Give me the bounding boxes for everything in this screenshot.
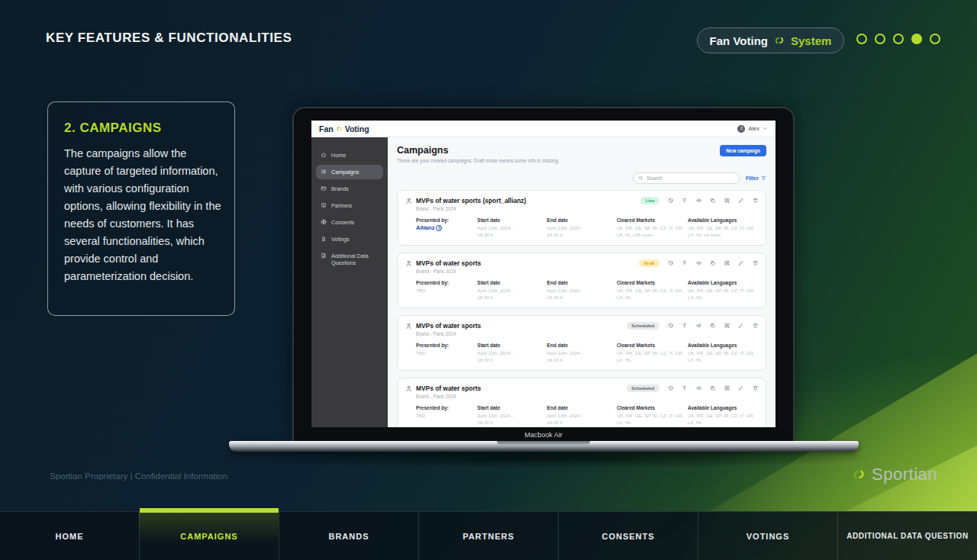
app-main: Campaigns These are your created campaig… [388,137,775,427]
cleared-markets-value: UK, FR, GE, SP, IR, CZ, IT, GR, LX, HL [617,349,687,363]
campaign-card[interactable]: MVPs of water sports (sport_allianz) Liv… [397,190,766,246]
cleared-markets-label: Cleared Markets [617,343,688,348]
preview-icon[interactable] [696,385,702,391]
app-sidebar: Home Campaigns Brands Partners Consents … [311,137,388,427]
delete-icon[interactable] [753,260,759,266]
qr-code-icon[interactable] [724,260,730,266]
campaign-subtitle: Brand - Paris 2024 [416,269,758,274]
feature-panel: 2. CAMPAIGNS The campaigns allow the cap… [47,101,235,316]
start-date-label: Start date [477,343,547,348]
end-date-value: April 13th, 2024 - 18:30 h [547,224,592,238]
qr-code-icon[interactable] [724,198,730,204]
preview-icon[interactable] [696,260,702,266]
status-badge: Draft [639,259,659,267]
cleared-markets-label: Cleared Markets [617,217,688,223]
cleared-markets-label: Cleared Markets [617,280,688,285]
consents-icon [321,219,327,225]
edit-icon[interactable] [738,260,744,266]
status-badge: Live [640,197,659,204]
sidebar-item-campaigns[interactable]: Campaigns [316,165,383,179]
presented-by-value: Allianz|| [416,224,477,231]
sidebar-item-home[interactable]: Home [316,148,383,163]
qr-code-icon[interactable] [724,323,730,329]
slide-title: KEY FEATURES & FUNCTIONALITIES [46,31,292,46]
presented-by-label: Presented by: [416,217,477,223]
status-badge: Scheduled [627,385,659,392]
sidebar-item-label: Partners [331,202,352,209]
sidebar-item-brands[interactable]: Brands [316,182,383,196]
qr-code-icon[interactable] [724,385,730,391]
delete-icon[interactable] [753,198,759,204]
avatar [737,125,745,133]
publish-icon[interactable] [682,260,688,266]
sidebar-item-label: Votings [331,236,350,243]
sidebar-item-label: Additional Data Questions [331,253,379,266]
card-actions [668,385,759,391]
tab-votings[interactable]: VOTINGS [698,512,837,560]
tab-additional-data-question[interactable]: ADDITIONAL DATA QUESTION [837,512,977,560]
preview-icon[interactable] [696,198,702,204]
publish-icon[interactable] [682,198,688,204]
link-off-icon[interactable] [668,260,674,266]
link-off-icon[interactable] [668,198,674,204]
available-languages-value: UK, FR, GE, SP, IR, CZ, IT, GR, LX, HL [688,412,758,426]
campaign-card[interactable]: MVPs of water sports Draft Brand - Paris… [397,253,766,308]
search-input[interactable] [646,175,734,181]
publish-icon[interactable] [682,385,688,391]
allianz-mark-icon: || [436,225,442,231]
progress-dot [930,34,940,44]
fan-voting-system-badge: Fan Voting System [697,27,844,53]
user-menu[interactable]: Alex [737,125,768,133]
filter-label: Filter [746,175,759,181]
progress-dot [893,34,904,44]
tab-consents[interactable]: CONSENTS [558,512,698,560]
duplicate-icon[interactable] [710,260,716,266]
campaign-person-icon [405,385,412,392]
end-date-value: April 13th, 2024 - 18:30 h [547,287,592,301]
duplicate-icon[interactable] [710,385,716,391]
campaign-subtitle: Brand - Paris 2024 [416,394,758,399]
sidebar-item-additional-data-questions[interactable]: Additional Data Questions [316,249,383,270]
end-date-label: End date [547,343,617,348]
swirl-icon [773,34,785,47]
new-campaign-button[interactable]: New campaign [720,145,766,156]
edit-icon[interactable] [738,198,744,204]
tab-brands[interactable]: BRANDS [279,512,418,560]
sidebar-item-consents[interactable]: Consents [316,215,383,230]
card-actions [668,198,759,204]
edit-icon[interactable] [738,385,744,391]
end-date-label: End date [547,405,617,410]
duplicate-icon[interactable] [710,323,716,329]
sidebar-item-partners[interactable]: Partners [316,198,383,213]
card-actions [668,323,759,329]
duplicate-icon[interactable] [710,198,716,204]
delete-icon[interactable] [753,385,759,391]
preview-icon[interactable] [696,323,702,329]
delete-icon[interactable] [753,323,759,329]
presented-by-value: TBD [416,349,477,356]
tab-partners[interactable]: PARTNERS [418,512,558,560]
filter-button[interactable]: Filter [746,175,766,181]
swirl-icon [336,125,343,132]
presented-by-value: TBD [416,412,477,419]
username: Alex [748,125,759,132]
available-languages-label: Available Languages [688,280,758,285]
campaign-title: MVPs of water sports (sport_allianz) [416,197,526,204]
progress-dot [856,34,867,44]
available-languages-value: UK, FR, GE, SP, IR, CZ, IT, GR, LX, HL [688,349,758,363]
tab-campaigns[interactable]: CAMPAIGNS [139,512,279,560]
tab-home[interactable]: HOME [0,512,139,560]
publish-icon[interactable] [682,323,688,329]
sidebar-item-votings[interactable]: Votings [316,232,383,246]
sidebar-item-label: Consents [331,219,354,226]
partners-icon [321,202,327,208]
link-off-icon[interactable] [668,385,674,391]
laptop-base-notch [497,441,590,446]
link-off-icon[interactable] [668,323,674,329]
sportian-logo: Sportian [851,465,937,484]
campaign-card[interactable]: MVPs of water sports Scheduled Brand - P… [397,378,766,427]
presented-by-label: Presented by: [416,280,477,285]
campaign-card[interactable]: MVPs of water sports Scheduled Brand - P… [397,315,766,371]
start-date-label: Start date [477,280,547,285]
edit-icon[interactable] [738,323,744,329]
